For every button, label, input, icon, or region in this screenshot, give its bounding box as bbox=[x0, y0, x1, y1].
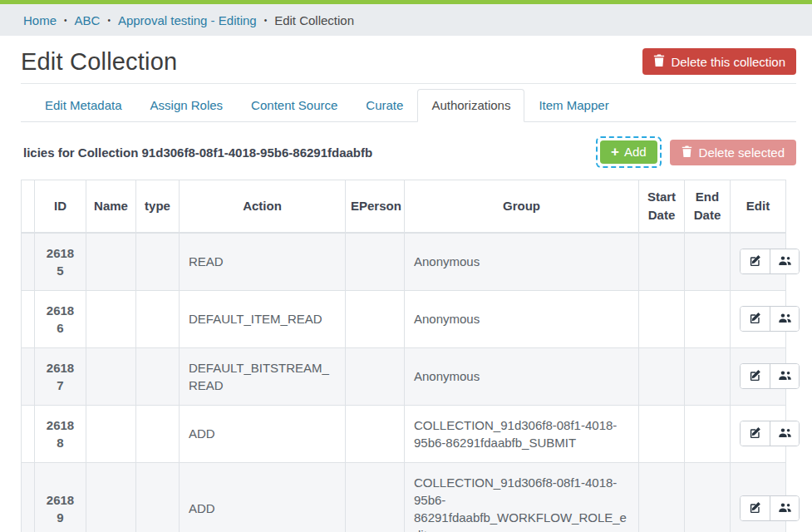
breadcrumb-community[interactable]: Approval testing - Editing bbox=[118, 13, 257, 27]
policies-heading: licies for Collection 91d306f8-08f1-4018… bbox=[23, 145, 372, 160]
tab-edit-metadata[interactable]: Edit Metadata bbox=[31, 89, 136, 122]
policy-action: ADD bbox=[180, 405, 346, 462]
users-icon bbox=[778, 427, 792, 441]
edit-policy-button[interactable] bbox=[741, 421, 770, 446]
users-icon bbox=[778, 370, 792, 383]
column-action: Action bbox=[180, 180, 346, 233]
policy-start-date bbox=[639, 405, 685, 462]
policy-type bbox=[136, 347, 180, 405]
edit-group-button[interactable] bbox=[770, 307, 799, 331]
resource-policies-table: ID Name type Action EPerson Group Start … bbox=[21, 180, 786, 532]
policy-start-date bbox=[639, 233, 685, 291]
policy-type bbox=[136, 462, 180, 532]
policy-name bbox=[86, 233, 136, 291]
policy-eperson bbox=[346, 233, 405, 291]
edit-group-button[interactable] bbox=[770, 249, 799, 273]
edit-button-group bbox=[740, 421, 800, 446]
column-group: Group bbox=[405, 180, 639, 233]
header-divider bbox=[21, 83, 796, 84]
policy-action: ADD bbox=[180, 462, 346, 532]
select-cell bbox=[22, 462, 35, 532]
page-title: Edit Collection bbox=[21, 48, 177, 76]
edit-button-group bbox=[740, 249, 800, 274]
tab-item-mapper[interactable]: Item Mapper bbox=[524, 89, 623, 122]
column-start-date: Start Date bbox=[639, 180, 685, 233]
column-end-date: End Date bbox=[685, 180, 731, 233]
column-select bbox=[22, 180, 35, 233]
policy-end-date bbox=[685, 405, 731, 462]
policy-eperson bbox=[346, 290, 405, 347]
edit-button-group bbox=[740, 306, 800, 332]
policy-id: 26185 bbox=[35, 233, 86, 291]
table-row: 26186 DEFAULT_ITEM_READ Anonymous bbox=[22, 290, 786, 347]
tab-assign-roles[interactable]: Assign Roles bbox=[136, 89, 238, 122]
breadcrumb-abc[interactable]: ABC bbox=[75, 13, 101, 27]
policy-eperson bbox=[346, 347, 405, 405]
policy-action: DEFAULT_BITSTREAM_READ bbox=[180, 347, 346, 405]
breadcrumb-separator: • bbox=[264, 16, 268, 25]
edit-button-group bbox=[740, 495, 800, 521]
column-type: type bbox=[136, 180, 180, 233]
delete-selected-label: Delete selected bbox=[699, 145, 785, 160]
breadcrumb-separator: • bbox=[64, 16, 67, 25]
policy-start-date bbox=[639, 347, 685, 405]
plus-icon: + bbox=[611, 145, 619, 159]
delete-collection-label: Delete this collection bbox=[671, 55, 785, 69]
policy-start-date bbox=[639, 462, 685, 532]
column-id: ID bbox=[35, 180, 86, 233]
policy-id: 26188 bbox=[35, 405, 86, 462]
edit-group-button[interactable] bbox=[770, 421, 799, 446]
tab-content-source[interactable]: Content Source bbox=[237, 89, 352, 122]
pencil-square-icon bbox=[749, 254, 761, 269]
column-name: Name bbox=[86, 180, 136, 233]
select-cell bbox=[22, 347, 35, 405]
trash-icon bbox=[653, 54, 665, 69]
policy-type bbox=[136, 405, 180, 462]
users-icon bbox=[778, 313, 792, 326]
collection-edit-tabs: Edit Metadata Assign Roles Content Sourc… bbox=[21, 89, 796, 122]
edit-group-button[interactable] bbox=[770, 364, 799, 388]
policy-eperson bbox=[346, 462, 405, 532]
policy-end-date bbox=[685, 462, 731, 532]
policy-action: READ bbox=[180, 233, 346, 291]
policy-end-date bbox=[685, 233, 731, 291]
policy-id: 26186 bbox=[35, 290, 86, 347]
table-header-row: ID Name type Action EPerson Group Start … bbox=[22, 180, 786, 233]
delete-selected-button[interactable]: Delete selected bbox=[670, 140, 796, 165]
pencil-square-icon bbox=[749, 369, 761, 384]
policy-name bbox=[86, 405, 136, 462]
add-policy-button[interactable]: + Add bbox=[600, 140, 657, 164]
trash-icon bbox=[682, 145, 692, 160]
tab-authorizations[interactable]: Authorizations bbox=[417, 89, 524, 122]
column-eperson: EPerson bbox=[346, 180, 405, 233]
table-row: 26188 ADD COLLECTION_91d306f8-08f1-4018-… bbox=[22, 405, 786, 462]
select-cell bbox=[22, 233, 35, 291]
policy-eperson bbox=[346, 405, 405, 462]
edit-policy-button[interactable] bbox=[741, 249, 770, 273]
policy-action: DEFAULT_ITEM_READ bbox=[180, 290, 346, 347]
edit-policy-button[interactable] bbox=[741, 307, 770, 331]
policy-type bbox=[136, 233, 180, 291]
pencil-square-icon bbox=[749, 426, 761, 441]
edit-policy-button[interactable] bbox=[741, 364, 770, 388]
pencil-square-icon bbox=[749, 501, 761, 516]
policy-name bbox=[86, 462, 136, 532]
policy-name bbox=[86, 347, 136, 405]
tab-curate[interactable]: Curate bbox=[352, 89, 417, 122]
edit-group-button[interactable] bbox=[770, 496, 799, 520]
select-cell bbox=[22, 290, 35, 347]
policy-name bbox=[86, 290, 136, 347]
users-icon bbox=[778, 502, 792, 515]
table-row: 26185 READ Anonymous bbox=[22, 233, 786, 291]
table-row: 26189 ADD COLLECTION_91d306f8-08f1-4018-… bbox=[22, 462, 786, 532]
users-icon bbox=[778, 255, 792, 268]
breadcrumb-current: Edit Collection bbox=[274, 13, 354, 27]
edit-policy-button[interactable] bbox=[741, 496, 770, 520]
policy-group: COLLECTION_91d306f8-08f1-4018-95b6-86291… bbox=[405, 462, 639, 532]
policy-id: 26189 bbox=[35, 462, 86, 532]
policy-group: COLLECTION_91d306f8-08f1-4018-95b6-86291… bbox=[405, 405, 639, 462]
table-row: 26187 DEFAULT_BITSTREAM_READ Anonymous bbox=[22, 347, 786, 405]
breadcrumb-home[interactable]: Home bbox=[23, 13, 57, 27]
policy-group: Anonymous bbox=[405, 347, 639, 405]
delete-collection-button[interactable]: Delete this collection bbox=[642, 48, 796, 75]
